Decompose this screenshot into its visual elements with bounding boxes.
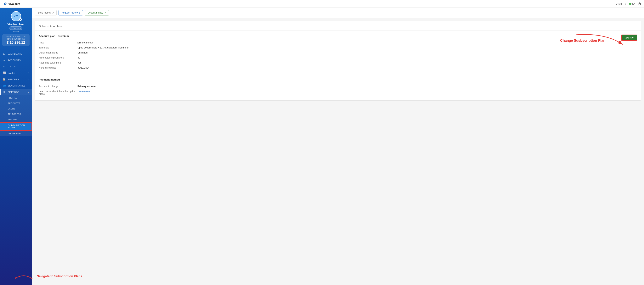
clock-display: 04:33 [616,2,622,5]
request-money-button[interactable]: Request money ↓ [58,10,83,16]
settings-submenu: PROFILE PRODUCTS USERS API ACCESS PRICIN… [0,95,32,136]
sidebar-item-reports[interactable]: 📋 REPORTS › [0,76,32,82]
merchant-name: Viva Merchant [8,23,24,26]
sidebar-label-reports: REPORTS [8,78,19,80]
submenu-item-pricing[interactable]: PRICING [0,117,32,122]
sidebar-item-beneficiaries[interactable]: 👥 BENEFICIARIES [0,82,32,89]
reports-arrow-icon: › [28,78,29,80]
dashboard-icon: ⊞ [3,52,6,55]
viva-logo-icon [3,2,7,6]
submenu-item-addresses[interactable]: ADDRESSES [0,131,32,136]
content-header: Subscription plans [35,21,641,31]
send-money-button[interactable]: Send money ↗ [35,10,56,16]
request-money-label: Request money [62,12,78,14]
language-selector[interactable]: EN [629,2,636,5]
submenu-item-profile[interactable]: PROFILE [0,95,32,100]
request-money-icon: ↓ [79,12,80,14]
sidebar-item-accounts[interactable]: ≡ ACCOUNTS [0,57,32,63]
payment-method-title: Payment method [39,78,637,81]
bottom-arrow-svg [16,272,35,281]
premium-badge: ♥ Premium [10,26,22,30]
sales-icon: 📈 [3,72,6,74]
flag-icon [629,3,632,5]
realtime-label: Real time settlement [39,60,78,65]
settings-arrow-icon: ∨ [28,91,29,93]
avatar-chevron-icon[interactable]: ▾ [19,18,22,21]
payment-method-table: Account to charge Primary account Learn … [39,84,637,96]
deposit-money-button[interactable]: Deposit money ✓ [85,10,109,16]
action-bar: Send money ↗ Request money ↓ Deposit mon… [32,8,644,18]
account-plan-title: Account plan - Premium [39,34,637,38]
balance-box: AVAILABLE BALANCE(Base currency) £ 10,29… [2,34,30,46]
sidebar-item-settings[interactable]: ⚙ SETTINGS ∨ [0,89,32,95]
learn-more-label: Learn more about the subscription plans [39,89,78,96]
submenu-item-subscription-plans[interactable]: SUBSCRIPTION PLANS [0,122,32,131]
submenu-item-users[interactable]: USERS [0,106,32,112]
account-charge-value: Primary account [78,84,637,89]
logo-text: viva.com [8,2,20,6]
power-icon[interactable]: ⏻ [638,2,641,6]
sidebar-label-dashboard: DASHBOARD [8,53,22,55]
terminals-label: Terminals [39,45,78,50]
page-title: Subscription plans [39,24,637,28]
table-row: Real time settlement Yes [39,60,637,65]
sidebar-label-cards: CARDS [8,66,16,68]
account-charge-label: Account to charge [39,84,78,89]
free-transfers-value: 30 [78,55,637,60]
main-content-area: Send money ↗ Request money ↓ Deposit mon… [32,8,644,285]
avatar-wrap: VM ▾ [11,11,21,21]
table-row: Free outgoing transfers 30 [39,55,637,60]
reports-icon: 📋 [3,78,6,81]
logo: viva.com [3,2,20,6]
sidebar-label-accounts: ACCOUNTS [8,59,21,62]
main-layout: VM ▾ Viva Merchant ♥ Premium Admin AVAIL… [0,8,644,285]
sidebar-label-settings: SETTINGS [8,91,19,93]
sidebar-item-dashboard[interactable]: ⊞ DASHBOARD [0,50,32,57]
heart-icon: ♥ [11,27,12,29]
free-transfers-label: Free outgoing transfers [39,55,78,60]
sidebar-item-sales[interactable]: 📈 SALES › [0,70,32,76]
topbar: viva.com 04:33 ↻ EN ⏻ [0,0,644,8]
price-value: £15.99 /month [78,40,637,45]
digital-cards-value: Unlimited [78,50,637,55]
balance-title: AVAILABLE BALANCE(Base currency) [4,36,28,40]
send-money-icon: ↗ [52,12,54,14]
role-label: Admin [13,30,18,33]
learn-more-link[interactable]: Learn more [78,90,90,93]
sidebar-label-sales: SALES [8,72,15,74]
digital-cards-label: Digital debit cards [39,50,78,55]
table-row: Terminals Up to 20 terminals + £1.70 /ex… [39,45,637,50]
table-row: Price £15.99 /month [39,40,637,45]
payment-method-section: Payment method Account to charge Primary… [35,74,641,100]
deposit-money-label: Deposit money [88,12,103,14]
sidebar-item-cards[interactable]: ▭ CARDS [0,63,32,70]
refresh-icon[interactable]: ↻ [624,2,626,5]
topbar-right: 04:33 ↻ EN ⏻ [616,2,641,6]
upgrade-button[interactable]: Upgrade [621,34,637,41]
settings-icon: ⚙ [3,90,6,94]
sidebar: VM ▾ Viva Merchant ♥ Premium Admin AVAIL… [0,8,32,285]
billing-value: 30/11/2024 [78,65,637,70]
premium-label: Premium [13,27,21,29]
deposit-money-icon: ✓ [104,12,106,14]
sales-arrow-icon: › [28,72,29,74]
navigate-subscription-annotation: Navigate to Subscription Plans [16,272,82,281]
table-row: Learn more about the subscription plans … [39,89,637,96]
table-row: Account to charge Primary account [39,84,637,89]
account-plan-section: Account plan - Premium Price £15.99 /mon… [35,31,641,74]
table-row: Next billing date 30/11/2024 [39,65,637,70]
submenu-item-products[interactable]: PRODUCTS [0,100,32,106]
language-label: EN [632,2,636,5]
price-label: Price [39,40,78,45]
upgrade-wrap: Upgrade [621,34,637,41]
billing-label: Next billing date [39,65,78,70]
submenu-item-api-access[interactable]: API ACCESS [0,112,32,117]
accounts-icon: ≡ [3,59,6,62]
account-plan-table: Price £15.99 /month Terminals Up to 20 t… [39,40,637,70]
send-money-label: Send money [38,12,51,14]
page-content: Subscription plans Account plan - Premiu… [32,18,644,285]
sidebar-nav: ⊞ DASHBOARD ≡ ACCOUNTS ▭ CARDS 📈 SALES ›… [0,49,32,285]
terminals-value: Up to 20 terminals + £1.70 /extra termin… [78,45,637,50]
table-row: Digital debit cards Unlimited [39,50,637,55]
sidebar-label-beneficiaries: BENEFICIARIES [8,84,25,87]
